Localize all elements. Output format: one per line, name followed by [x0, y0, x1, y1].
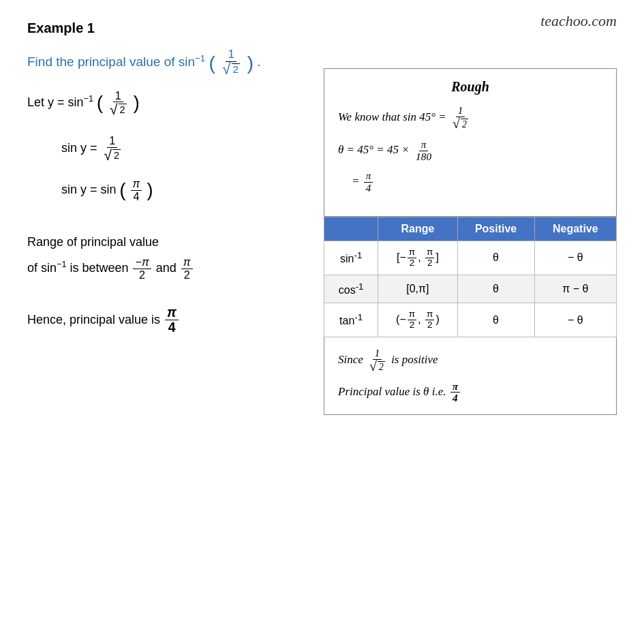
- range-neg-frac: −π 2: [133, 256, 151, 281]
- let-paren: (: [97, 93, 103, 113]
- let-frac-den: √ 2: [108, 102, 129, 117]
- hence-text: Hence, principal value is: [27, 312, 164, 326]
- rough-frac3-den: 4: [364, 183, 373, 194]
- let-frac: 1 √ 2: [108, 90, 129, 117]
- siny-pi-num: π: [131, 178, 142, 191]
- table-pos-cos: θ: [457, 275, 534, 303]
- table-neg-tan: − θ: [534, 303, 616, 337]
- page: teachoo.com Example 1 Find the principal…: [0, 0, 644, 644]
- table-neg-cos: π − θ: [534, 275, 616, 303]
- rough-frac2-num: π: [419, 139, 429, 151]
- rough-box: Rough We know that sin 45° = 1 √ 2 θ = 4…: [324, 68, 617, 217]
- bottom-frac1-den: √ 2: [367, 360, 387, 373]
- bottom-line2: Principal value is θ i.e. π 4: [338, 380, 602, 404]
- left-content: Let y = sin−1 ( 1 √ 2 ) sin y = 1: [27, 89, 327, 347]
- let-sqrt: √ 2: [110, 102, 127, 117]
- hence-line: Hence, principal value is π 4: [27, 305, 327, 335]
- siny-frac-line: sin y = 1 √ 2: [61, 135, 327, 162]
- table-header-negative: Negative: [534, 217, 616, 241]
- siny-num: 1: [107, 135, 117, 148]
- table-header-range: Range: [378, 217, 457, 241]
- rough-frac2-den: 180: [414, 151, 433, 163]
- table-func-tan: tan-1: [324, 303, 378, 337]
- table-header-positive: Positive: [457, 217, 534, 241]
- question-frac: 1 √ 2: [220, 48, 242, 77]
- table-pos-sin: θ: [457, 241, 534, 275]
- rough-sqrt: √ 2: [453, 117, 468, 131]
- table-neg-sin: − θ: [534, 241, 616, 275]
- range-line1: Range of principal value: [27, 232, 327, 252]
- table-pos-tan: θ: [457, 303, 534, 337]
- rough-eq-sign: =: [352, 175, 363, 188]
- hence-den: 4: [166, 320, 178, 335]
- rough-frac2: π 180: [414, 139, 433, 163]
- let-text: Let y = sin: [27, 95, 84, 109]
- rough-frac1-den: √ 2: [450, 117, 470, 131]
- question-frac-den: √ 2: [220, 62, 242, 77]
- bottom-frac2-num: π: [450, 381, 460, 393]
- table-func-cos: cos-1: [324, 275, 378, 303]
- table-range-cos: [0,π]: [378, 275, 457, 303]
- siny-frac: 1 √ 2: [102, 135, 123, 162]
- siny-sin-text: sin y = sin: [61, 183, 120, 196]
- question-sup: −1: [195, 53, 205, 63]
- question-sqrt: √ 2: [222, 62, 240, 77]
- siny-den: √ 2: [102, 148, 123, 162]
- hence-num: π: [165, 305, 179, 320]
- siny-pi-den: 4: [131, 191, 141, 203]
- range-and: and: [156, 261, 180, 275]
- rough-line1: We know that sin 45° = 1 √ 2: [338, 105, 602, 131]
- brand-logo: teachoo.com: [540, 12, 617, 30]
- question-text: Find the principal value of sin: [27, 55, 195, 69]
- rough-theta-text: θ = 45° = 45 ×: [338, 143, 412, 156]
- bottom-note: Since 1 √ 2 is positive Principal value …: [324, 337, 617, 415]
- hence-frac: π 4: [165, 305, 179, 335]
- siny-text: sin y =: [61, 141, 101, 155]
- question-paren-close: ): [247, 52, 254, 74]
- table-row-cos: cos-1 [0,π] θ π − θ: [324, 275, 617, 303]
- range-neg-den: 2: [137, 269, 147, 281]
- rough-text1: We know that sin 45° =: [338, 110, 449, 123]
- bottom-frac2-den: 4: [450, 393, 460, 404]
- table-row-sin: sin-1 [−π2, π2] θ − θ: [324, 241, 617, 275]
- let-frac-num: 1: [113, 90, 123, 103]
- bottom-frac1: 1 √ 2: [367, 348, 387, 373]
- range-pos-num: π: [181, 256, 193, 269]
- table-func-sin: sin-1: [324, 241, 378, 275]
- bottom-line1: Since 1 √ 2 is positive: [338, 348, 602, 373]
- let-line: Let y = sin−1 ( 1 √ 2 ): [27, 89, 327, 118]
- rough-title: Rough: [338, 79, 602, 95]
- right-panel: Rough We know that sin 45° = 1 √ 2 θ = 4…: [324, 68, 617, 415]
- bottom-sqrt: √ 2: [369, 360, 385, 373]
- siny-paren-open: (: [120, 180, 126, 200]
- rough-frac3-num: π: [364, 170, 373, 183]
- example-heading: Example 1: [27, 20, 617, 36]
- question-frac-num: 1: [226, 48, 236, 62]
- table-row-tan: tan-1 (−π2, π2) θ − θ: [324, 303, 617, 337]
- sqrt-sign: √: [222, 62, 230, 77]
- question-dot: .: [257, 55, 260, 69]
- range-sup: −1: [57, 260, 66, 269]
- let-paren-close: ): [134, 93, 140, 113]
- rough-frac3: π 4: [364, 170, 373, 194]
- rough-line3: = π 4: [352, 170, 602, 194]
- let-sup: −1: [84, 94, 93, 104]
- rough-frac1: 1 √ 2: [450, 105, 470, 131]
- question-paren-open: (: [209, 52, 216, 74]
- table-range-tan: (−π2, π2): [378, 303, 457, 337]
- table-header-func: [324, 217, 378, 241]
- siny-sin-line: sin y = sin ( π 4 ): [61, 176, 327, 205]
- bottom-frac2: π 4: [450, 381, 460, 405]
- range-neg-num: −π: [133, 256, 151, 269]
- range-section: Range of principal value of sin−1 is bet…: [27, 232, 327, 281]
- rough-line2: θ = 45° = 45 × π 180: [338, 139, 602, 163]
- siny-paren-close: ): [147, 180, 153, 200]
- range-pos-frac: π 2: [181, 256, 193, 281]
- range-line2: of sin−1 is between −π 2 and π 2: [27, 256, 327, 281]
- range-pos-den: 2: [182, 269, 192, 281]
- siny-pi-frac: π 4: [131, 178, 142, 203]
- siny-sqrt: √ 2: [104, 148, 121, 162]
- sqrt-content: 2: [232, 63, 241, 76]
- table-range-sin: [−π2, π2]: [378, 241, 457, 275]
- trig-table: Range Positive Negative sin-1 [−π2, π2] …: [324, 217, 617, 337]
